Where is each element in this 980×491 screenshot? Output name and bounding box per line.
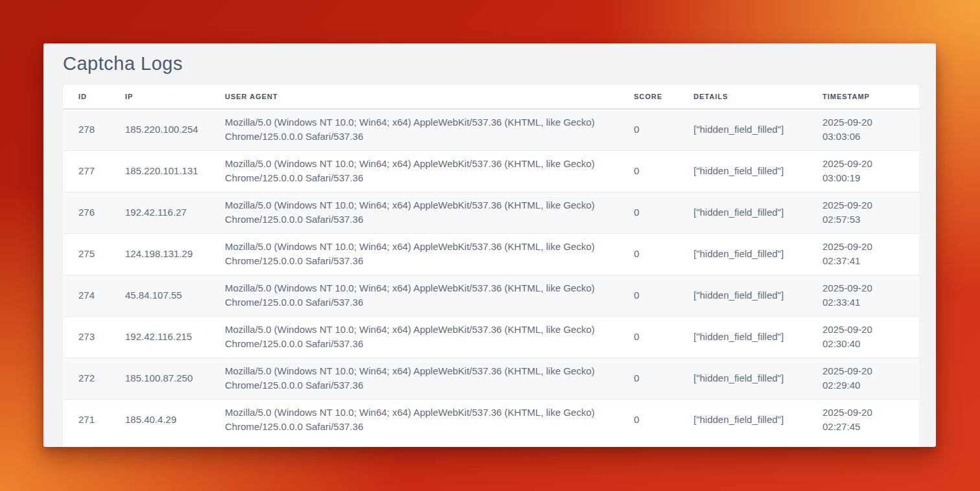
cell-ip: 192.42.116.215: [125, 316, 225, 358]
cell-timestamp: 2025-09-20 02:27:45: [822, 399, 919, 440]
cell-score: 0: [634, 150, 694, 192]
cell-details: ["hidden_field_filled"]: [694, 233, 822, 275]
cell-ip: 185.220.100.254: [125, 109, 225, 150]
table-row: 271 185.40.4.29 Mozilla/5.0 (Windows NT …: [63, 399, 919, 440]
cell-details: ["hidden_field_filled"]: [694, 316, 822, 358]
column-header-user-agent: USER AGENT: [225, 85, 634, 109]
cell-id: 271: [63, 399, 125, 440]
cell-ip: 192.42.116.27: [125, 192, 225, 233]
table-row: 277 185.220.101.131 Mozilla/5.0 (Windows…: [63, 150, 919, 192]
captcha-logs-table: ID IP USER AGENT SCORE DETAILS TIMESTAMP…: [63, 85, 919, 440]
cell-user-agent: Mozilla/5.0 (Windows NT 10.0; Win64; x64…: [225, 316, 634, 358]
column-header-details: DETAILS: [694, 85, 822, 109]
cell-user-agent: Mozilla/5.0 (Windows NT 10.0; Win64; x64…: [225, 109, 634, 150]
cell-timestamp: 2025-09-20 02:37:41: [822, 233, 919, 275]
cell-timestamp: 2025-09-20 02:57:53: [822, 192, 919, 233]
table-row: 278 185.220.100.254 Mozilla/5.0 (Windows…: [63, 109, 919, 150]
cell-id: 278: [63, 109, 125, 150]
cell-timestamp: 2025-09-20 02:30:40: [822, 316, 919, 358]
cell-score: 0: [634, 358, 694, 399]
table-header-row: ID IP USER AGENT SCORE DETAILS TIMESTAMP: [63, 85, 919, 109]
cell-user-agent: Mozilla/5.0 (Windows NT 10.0; Win64; x64…: [225, 192, 634, 233]
cell-user-agent: Mozilla/5.0 (Windows NT 10.0; Win64; x64…: [225, 358, 634, 399]
cell-id: 273: [63, 316, 125, 358]
table-row: 272 185.100.87.250 Mozilla/5.0 (Windows …: [63, 358, 919, 399]
cell-details: ["hidden_field_filled"]: [694, 275, 822, 316]
cell-user-agent: Mozilla/5.0 (Windows NT 10.0; Win64; x64…: [225, 275, 634, 316]
cell-user-agent: Mozilla/5.0 (Windows NT 10.0; Win64; x64…: [225, 150, 634, 192]
cell-details: ["hidden_field_filled"]: [694, 358, 822, 399]
cell-user-agent: Mozilla/5.0 (Windows NT 10.0; Win64; x64…: [225, 233, 634, 275]
table-row: 276 192.42.116.27 Mozilla/5.0 (Windows N…: [63, 192, 919, 233]
cell-timestamp: 2025-09-20 02:33:41: [822, 275, 919, 316]
cell-id: 274: [63, 275, 125, 316]
cell-ip: 185.100.87.250: [125, 358, 225, 399]
cell-score: 0: [634, 275, 694, 316]
cell-timestamp: 2025-09-20 03:00:19: [822, 150, 919, 192]
cell-timestamp: 2025-09-20 03:03:06: [822, 109, 919, 150]
cell-details: ["hidden_field_filled"]: [694, 150, 822, 192]
cell-score: 0: [634, 316, 694, 358]
cell-timestamp: 2025-09-20 02:29:40: [822, 358, 919, 399]
cell-details: ["hidden_field_filled"]: [694, 192, 822, 233]
page-title: Captcha Logs: [63, 53, 936, 74]
cell-score: 0: [634, 109, 694, 150]
cell-id: 275: [63, 233, 125, 275]
cell-details: ["hidden_field_filled"]: [694, 399, 822, 440]
cell-score: 0: [634, 192, 694, 233]
cell-id: 276: [63, 192, 125, 233]
cell-id: 272: [63, 358, 125, 399]
cell-ip: 185.40.4.29: [125, 399, 225, 440]
captcha-logs-table-container: ID IP USER AGENT SCORE DETAILS TIMESTAMP…: [63, 85, 919, 447]
cell-score: 0: [634, 233, 694, 275]
cell-user-agent: Mozilla/5.0 (Windows NT 10.0; Win64; x64…: [225, 399, 634, 440]
captcha-logs-card: Captcha Logs ID IP USER AGENT SCORE DETA…: [43, 43, 936, 447]
desktop-background: { "page_title": "Captcha Logs", "colors"…: [0, 0, 980, 491]
column-header-id: ID: [63, 85, 125, 109]
column-header-ip: IP: [125, 85, 225, 109]
cell-details: ["hidden_field_filled"]: [694, 109, 822, 150]
table-row: 275 124.198.131.29 Mozilla/5.0 (Windows …: [63, 233, 919, 275]
table-body: 278 185.220.100.254 Mozilla/5.0 (Windows…: [63, 109, 919, 440]
cell-id: 277: [63, 150, 125, 192]
column-header-timestamp: TIMESTAMP: [822, 85, 919, 109]
column-header-score: SCORE: [634, 85, 694, 109]
cell-ip: 124.198.131.29: [125, 233, 225, 275]
table-header: ID IP USER AGENT SCORE DETAILS TIMESTAMP: [63, 85, 919, 109]
table-row: 274 45.84.107.55 Mozilla/5.0 (Windows NT…: [63, 275, 919, 316]
cell-ip: 45.84.107.55: [125, 275, 225, 316]
cell-score: 0: [634, 399, 694, 440]
table-row: 273 192.42.116.215 Mozilla/5.0 (Windows …: [63, 316, 919, 358]
cell-ip: 185.220.101.131: [125, 150, 225, 192]
